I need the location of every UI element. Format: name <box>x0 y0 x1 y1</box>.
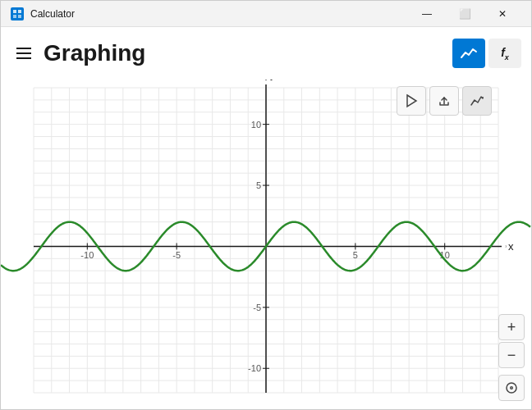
function-icon: fx <box>501 46 509 61</box>
maximize-button[interactable]: ⬜ <box>446 1 484 27</box>
graph-canvas[interactable] <box>1 80 531 409</box>
trace-button[interactable] <box>397 86 426 116</box>
mode-buttons: fx <box>452 39 521 68</box>
svg-point-9 <box>511 387 512 389</box>
hamburger-line <box>16 57 31 59</box>
calculator-window: Calculator — ⬜ ✕ Graphing fx <box>0 0 532 410</box>
svg-rect-3 <box>18 15 21 18</box>
graph-type-button[interactable] <box>462 86 492 116</box>
graph-mode-button[interactable] <box>452 39 485 68</box>
main-area: + − <box>1 80 531 409</box>
minimize-button[interactable]: — <box>408 1 446 27</box>
graph-container: + − <box>1 80 531 409</box>
zoom-controls: + − <box>498 314 525 368</box>
title-bar: Calculator — ⬜ ✕ <box>1 1 531 27</box>
hamburger-line <box>16 52 31 54</box>
app-icon <box>11 7 24 20</box>
zoom-out-button[interactable]: − <box>498 342 525 368</box>
hamburger-line <box>16 48 31 49</box>
close-button[interactable]: ✕ <box>484 1 521 27</box>
svg-rect-0 <box>13 10 16 13</box>
svg-marker-4 <box>407 95 416 107</box>
graph-toolbar <box>397 86 492 116</box>
window-title: Calculator <box>30 8 408 20</box>
window-controls: — ⬜ ✕ <box>408 1 521 27</box>
page-title: Graphing <box>44 40 452 66</box>
zoom-in-button[interactable]: + <box>498 314 525 340</box>
svg-rect-2 <box>13 15 16 18</box>
share-button[interactable] <box>429 86 459 116</box>
app-header: Graphing fx <box>1 27 531 80</box>
reset-view-button[interactable] <box>498 375 525 401</box>
hamburger-menu[interactable] <box>11 40 37 66</box>
function-mode-button[interactable]: fx <box>488 39 521 68</box>
svg-rect-1 <box>18 10 21 13</box>
